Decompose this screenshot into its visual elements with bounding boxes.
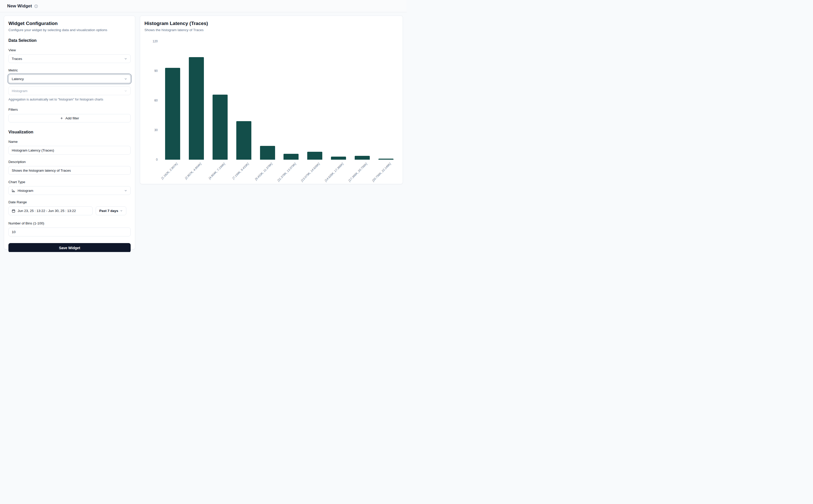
y-axis-tick-label: 30 — [154, 129, 158, 132]
visualization-heading: Visualization — [8, 130, 131, 134]
x-axis-bin-label: [9.433K, 11.378K] — [254, 162, 273, 181]
chevron-down-icon — [124, 77, 127, 81]
filters-label: Filters — [8, 108, 131, 111]
name-label: Name — [8, 140, 131, 144]
plus-icon — [60, 117, 63, 120]
config-panel-title: Widget Configuration — [8, 21, 131, 26]
chart-plot: [1.162K, 2.807K][2.807K, 4.804K][4.804K,… — [163, 41, 395, 160]
x-axis-bin-label: [4.804K, 7.199K] — [208, 162, 225, 180]
x-axis-bin-label: [2.807K, 4.804K] — [184, 162, 202, 180]
date-range-value: Jun 23, 25 : 13:22 - Jun 30, 25 : 13:22 — [18, 209, 76, 213]
histogram-bar[interactable] — [283, 154, 298, 160]
info-icon[interactable] — [34, 4, 38, 8]
y-axis-tick-label: 0 — [156, 158, 158, 161]
view-label: View — [8, 48, 131, 52]
bar-slot: [1.162K, 2.807K] — [163, 41, 182, 160]
config-panel-subtitle: Configure your widget by selecting data … — [8, 28, 131, 32]
bar-slot: [13.079K, 14.626K] — [305, 41, 324, 160]
date-range-button[interactable]: Jun 23, 25 : 13:22 - Jun 30, 25 : 13:22 — [8, 206, 93, 215]
x-axis-bin-label: [11.378K, 13.079K] — [277, 162, 297, 182]
bar-slot: [2.807K, 4.804K] — [187, 41, 206, 160]
histogram-bar[interactable] — [378, 159, 393, 160]
date-range-label: Date Range — [8, 200, 131, 204]
histogram-bar[interactable] — [260, 146, 275, 160]
x-axis-bin-label: [14.626K, 17.366K] — [324, 162, 344, 182]
y-axis-tick-label: 90 — [154, 69, 158, 72]
chevron-down-icon — [124, 189, 127, 192]
chart-type-select[interactable]: Histogram — [8, 186, 131, 195]
chart-title: Histogram Latency (Traces) — [144, 21, 398, 26]
histogram-bar[interactable] — [307, 152, 322, 160]
histogram-bar[interactable] — [189, 57, 204, 160]
view-select-value: Traces — [12, 57, 124, 61]
aggregation-helper-text: Aggregation is automatically set to "his… — [8, 98, 131, 101]
bar-slot: [17.366K, 20.756K] — [353, 41, 371, 160]
bar-slot: [20.756K, 22.148K] — [376, 41, 395, 160]
data-selection-heading: Data Selection — [8, 38, 131, 43]
histogram-bar[interactable] — [331, 157, 346, 160]
chart-type-value: Histogram — [18, 189, 124, 193]
histogram-bar[interactable] — [355, 156, 370, 160]
bar-slot: [4.804K, 7.199K] — [211, 41, 230, 160]
x-axis-bin-label: [1.162K, 2.807K] — [160, 162, 178, 180]
date-preset-value: Past 7 days — [99, 209, 118, 213]
bar-slot: [9.433K, 11.378K] — [258, 41, 277, 160]
calendar-icon — [12, 209, 15, 213]
widget-configuration-panel: Widget Configuration Configure your widg… — [4, 16, 135, 249]
bar-slot: [7.199K, 9.433K] — [234, 41, 253, 160]
x-axis-bin-label: [13.079K, 14.626K] — [300, 162, 320, 182]
histogram-bar[interactable] — [236, 121, 251, 160]
chart-preview-panel: Histogram Latency (Traces) Shows the his… — [140, 16, 403, 184]
page-header: New Widget — [0, 0, 406, 12]
page-title: New Widget — [7, 4, 32, 9]
description-label: Description — [8, 160, 131, 164]
y-axis-tick-label: 120 — [153, 40, 158, 43]
chart-bars: [1.162K, 2.807K][2.807K, 4.804K][4.804K,… — [163, 41, 395, 160]
chevron-down-icon — [120, 209, 123, 212]
histogram-bar[interactable] — [212, 95, 228, 160]
bar-slot: [14.626K, 17.366K] — [329, 41, 348, 160]
metric-select-value: Latency — [12, 77, 124, 81]
x-axis-bin-label: [17.366K, 20.756K] — [348, 162, 368, 182]
chart-subtitle: Shows the histogram latency of Traces — [144, 28, 398, 32]
date-range-row: Jun 23, 25 : 13:22 - Jun 30, 25 : 13:22 … — [8, 206, 131, 215]
x-axis-bin-label: [20.756K, 22.148K] — [371, 162, 391, 182]
add-filter-button[interactable]: Add filter — [8, 114, 131, 122]
aggregation-select-value: Histogram — [12, 89, 124, 93]
description-input[interactable] — [8, 166, 131, 175]
bins-input[interactable] — [8, 228, 131, 236]
save-widget-button[interactable]: Save Widget — [8, 243, 131, 252]
histogram-chart-icon — [12, 189, 15, 192]
date-preset-button[interactable]: Past 7 days — [96, 206, 126, 215]
histogram-bar[interactable] — [165, 68, 180, 160]
x-axis-bin-label: [7.199K, 9.433K] — [232, 162, 249, 180]
add-filter-label: Add filter — [65, 116, 79, 120]
aggregation-select: Histogram — [8, 86, 131, 95]
chevron-down-icon — [124, 89, 127, 93]
y-axis-tick-label: 60 — [154, 99, 158, 102]
name-input[interactable] — [8, 146, 131, 155]
metric-select[interactable]: Latency — [8, 74, 131, 83]
bins-label: Number of Bins (1-100) — [8, 221, 131, 225]
bar-slot: [11.378K, 13.079K] — [282, 41, 300, 160]
metric-label: Metric — [8, 68, 131, 72]
chevron-down-icon — [124, 57, 127, 60]
chart-type-label: Chart Type — [8, 180, 131, 184]
view-select[interactable]: Traces — [8, 54, 131, 63]
